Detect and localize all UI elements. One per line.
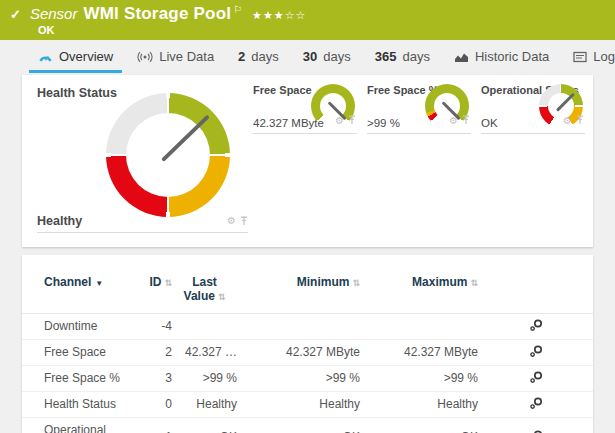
table-row-free-space-pct: Free Space % 3 >99 % >99 % >99 % (22, 366, 593, 392)
table-row-operational-status: Operational Status 1 OK OK OK (22, 418, 593, 433)
tab-log[interactable]: Log (561, 40, 615, 73)
pin-icon[interactable] (348, 111, 356, 129)
mini-gauge-value: >99 % (367, 117, 400, 129)
channel-minimum: 42.327 MByte (237, 340, 360, 366)
channel-settings-button[interactable] (478, 340, 593, 366)
operational-status-tile: Operational Status OK ⚙ (481, 83, 585, 134)
tab-label: Log (593, 49, 615, 64)
sensor-page: ✓ Sensor WMI Storage Pool ⚐ ★★★☆☆ OK Ove… (0, 0, 615, 433)
tab-live-data[interactable]: Live Data (125, 40, 226, 73)
channel-name[interactable]: Free Space (22, 340, 142, 366)
channel-last-value: >99 % (172, 366, 237, 392)
tab-label: Overview (59, 49, 113, 64)
flag-icon[interactable]: ⚐ (233, 4, 242, 15)
channel-settings-button[interactable] (478, 366, 593, 392)
priority-stars[interactable]: ★★★☆☆ (252, 9, 306, 22)
channel-maximum (360, 314, 478, 340)
channel-maximum: 42.327 MByte (360, 340, 478, 366)
column-header-id[interactable]: ID⇅ (142, 269, 172, 314)
sort-icon: ⇅ (352, 278, 360, 288)
health-status-gauge (106, 93, 230, 217)
channel-maximum: OK (360, 418, 478, 433)
channel-settings-button[interactable] (478, 418, 593, 433)
free-space-pct-tile: Free Space % >99 % ⚙ (367, 83, 471, 134)
channel-id: 1 (142, 418, 172, 433)
table-row-health-status: Health Status 0 Healthy Healthy Healthy (22, 392, 593, 418)
channel-name[interactable]: Health Status (22, 392, 142, 418)
channel-minimum: Healthy (237, 392, 360, 418)
sort-icon: ⇅ (164, 278, 172, 288)
table-header-row: Channel▼ ID⇅ Last Value⇅ Minimum⇅ Maximu… (22, 269, 593, 314)
channel-gear-icon[interactable]: ⚙ (335, 115, 344, 126)
channel-name[interactable]: Free Space % (22, 366, 142, 392)
tab-label: Historic Data (475, 49, 549, 64)
channel-last-value: 42.327 … (172, 340, 237, 366)
sort-icon: ⇅ (470, 278, 478, 288)
channel-maximum: Healthy (360, 392, 478, 418)
channels-table: Channel▼ ID⇅ Last Value⇅ Minimum⇅ Maximu… (22, 269, 593, 433)
pin-icon[interactable] (576, 111, 584, 129)
tab-30-days[interactable]: 30 days (291, 40, 363, 73)
sensor-status-text: OK (38, 24, 55, 36)
main-gauge-value: Healthy (37, 214, 82, 228)
mini-gauge-value: 42.327 MByte (253, 117, 324, 129)
tab-2-days[interactable]: 2 days (226, 40, 291, 73)
sensor-header: ✓ Sensor WMI Storage Pool ⚐ ★★★☆☆ OK (0, 0, 615, 40)
channels-panel: Channel▼ ID⇅ Last Value⇅ Minimum⇅ Maximu… (22, 255, 593, 433)
tab-label: days (251, 49, 278, 64)
free-space-tile: Free Space 42.327 MByte ⚙ (253, 83, 357, 134)
pin-icon[interactable] (240, 212, 248, 230)
log-icon (573, 51, 587, 63)
sort-icon: ⇅ (218, 292, 226, 302)
sort-desc-icon: ▼ (95, 279, 103, 288)
tab-number: 2 (238, 49, 245, 64)
table-row-downtime: Downtime -4 (22, 314, 593, 340)
pin-icon[interactable] (462, 111, 470, 129)
channel-minimum (237, 314, 360, 340)
tab-number: 30 (303, 49, 317, 64)
column-header-maximum[interactable]: Maximum⇅ (360, 269, 478, 314)
tab-label: Live Data (159, 49, 214, 64)
tab-historic-data[interactable]: Historic Data (442, 40, 561, 73)
mini-gauge-title: Free Space (253, 84, 312, 96)
column-header-settings (478, 269, 593, 314)
channel-gear-icon[interactable]: ⚙ (449, 115, 458, 126)
channel-settings-button[interactable] (478, 392, 593, 418)
channel-minimum: OK (237, 418, 360, 433)
signal-icon (137, 51, 153, 63)
channel-minimum: >99 % (237, 366, 360, 392)
tab-365-days[interactable]: 365 days (363, 40, 442, 73)
channel-last-value: OK (172, 418, 237, 433)
tab-label: days (323, 49, 350, 64)
column-header-minimum[interactable]: Minimum⇅ (237, 269, 360, 314)
tab-label: days (402, 49, 429, 64)
chart-icon (454, 51, 469, 63)
channel-name[interactable]: Operational Status (22, 418, 142, 433)
sensor-title: WMI Storage Pool (83, 4, 231, 24)
channel-name[interactable]: Downtime (22, 314, 142, 340)
channel-gear-icon[interactable]: ⚙ (227, 215, 236, 226)
column-header-channel[interactable]: Channel▼ (22, 269, 142, 314)
channel-last-value: Healthy (172, 392, 237, 418)
gauges-panel: Health Status Healthy ⚙ Free Space (22, 75, 593, 247)
channel-id: 0 (142, 392, 172, 418)
main-gauge-title: Health Status (37, 86, 117, 100)
channel-id: -4 (142, 314, 172, 340)
object-kind-label: Sensor (30, 5, 78, 22)
tab-number: 365 (375, 49, 397, 64)
channel-id: 3 (142, 366, 172, 392)
tab-bar: Overview Live Data 2 days 30 days 365 da… (0, 40, 615, 73)
channel-id: 2 (142, 340, 172, 366)
channel-maximum: >99 % (360, 366, 478, 392)
channel-gear-icon[interactable]: ⚙ (563, 115, 572, 126)
table-row-free-space: Free Space 2 42.327 … 42.327 MByte 42.32… (22, 340, 593, 366)
channel-last-value (172, 314, 237, 340)
tab-overview[interactable]: Overview (26, 40, 125, 73)
column-header-last-value[interactable]: Last Value⇅ (172, 269, 237, 314)
channel-settings-button[interactable] (478, 314, 593, 340)
status-check-icon: ✓ (10, 7, 21, 22)
mini-gauge-value: OK (481, 117, 498, 129)
gauge-icon (38, 51, 53, 63)
